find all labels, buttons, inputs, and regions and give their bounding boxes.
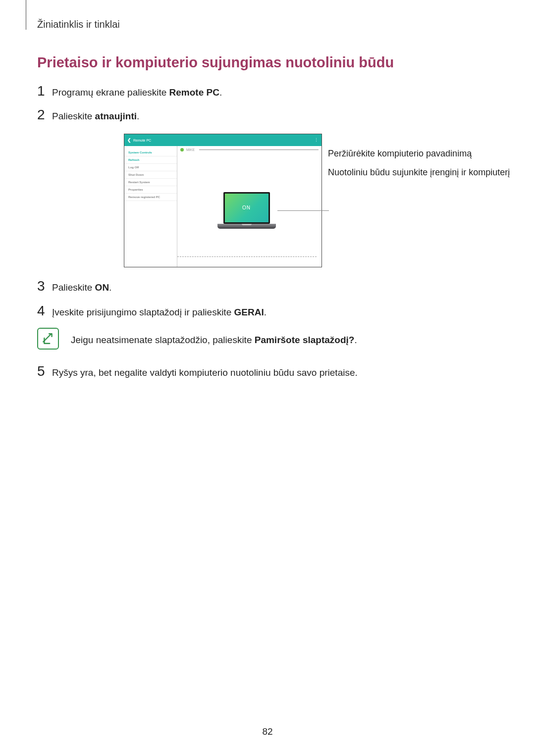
step-1-bold: Remote PC	[169, 87, 219, 98]
step-1-pre: Programų ekrane palieskite	[52, 87, 169, 98]
step-2: 2 Palieskite atnaujinti.	[37, 108, 139, 122]
device-main-pane: MIKE ON	[177, 146, 321, 267]
step-1: 1 Programų ekrane palieskite Remote PC.	[37, 84, 222, 99]
step-4-text: Įveskite prisijungimo slaptažodį ir pali…	[52, 304, 267, 318]
menu-icon: ⋮	[314, 138, 319, 143]
sidebar-item-shutdown: Shut Down	[124, 171, 177, 179]
laptop-hinge	[242, 224, 252, 225]
sidebar-item-restart: Restart System	[124, 179, 177, 186]
step-1-number: 1	[37, 84, 52, 98]
sidebar-item-remove-pc: Remove registered PC	[124, 194, 177, 201]
step-4: 4 Įveskite prisijungimo slaptažodį ir pa…	[37, 304, 267, 318]
step-1-text: Programų ekrane palieskite Remote PC.	[52, 84, 222, 99]
step-2-post: .	[137, 111, 139, 121]
note-pre: Jeigu neatsimenate slaptažodžio, paliesk…	[71, 335, 255, 345]
status-dot-icon	[180, 148, 184, 151]
step-2-text: Palieskite atnaujinti.	[52, 108, 139, 122]
device-header-title: Remote PC	[133, 139, 151, 142]
step-4-bold: GERAI	[234, 307, 264, 317]
step-3-number: 3	[37, 279, 52, 293]
pc-row: MIKE	[177, 146, 321, 153]
device-sidebar: System Controls Refresh Log Off Shut Dow…	[124, 146, 177, 267]
back-icon: ❮	[127, 138, 131, 143]
step-3-text: Palieskite ON.	[52, 279, 111, 294]
figure-callouts: Peržiūrėkite kompiuterio pavadinimą Nuot…	[328, 134, 510, 179]
callout-line-name	[199, 150, 319, 150]
step-5-number: 5	[37, 364, 52, 378]
note-icon	[37, 328, 59, 350]
note-bold: Pamiršote slaptažodį?	[255, 335, 355, 345]
laptop-illustration: ON	[223, 192, 276, 229]
step-5-text: Ryšys yra, bet negalite valdyti kompiute…	[52, 364, 358, 379]
device-body: System Controls Refresh Log Off Shut Dow…	[124, 146, 321, 267]
laptop-screen: ON	[223, 192, 270, 224]
callout-remote-connect: Nuotoliniu būdu sujunkite įrenginį ir ko…	[328, 166, 510, 178]
callout-pc-name: Peržiūrėkite kompiuterio pavadinimą	[328, 148, 510, 159]
step-2-pre: Palieskite	[52, 111, 95, 121]
device-header-left: ❮ Remote PC	[127, 138, 151, 143]
section-title: Prietaiso ir kompiuterio sujungimas nuot…	[37, 54, 394, 71]
step-3: 3 Palieskite ON.	[37, 279, 111, 294]
laptop-base	[217, 224, 276, 229]
step-4-post: .	[264, 307, 267, 317]
step-3-bold: ON	[95, 282, 109, 293]
sidebar-item-refresh: Refresh	[124, 156, 177, 164]
step-3-post: .	[109, 282, 111, 293]
sidebar-item-logoff: Log Off	[124, 164, 177, 171]
step-2-bold: atnaujinti	[95, 111, 137, 121]
step-4-pre: Įveskite prisijungimo slaptažodį ir pali…	[52, 307, 234, 317]
step-5: 5 Ryšys yra, bet negalite valdyti kompiu…	[37, 364, 358, 379]
callout-line-laptop	[277, 210, 329, 211]
note-post: .	[354, 335, 357, 345]
step-4-number: 4	[37, 304, 52, 318]
pc-name-label: MIKE	[186, 148, 195, 151]
page-number: 82	[0, 726, 535, 737]
figure: ❮ Remote PC ⋮ System Controls Refresh Lo…	[124, 134, 510, 267]
on-badge: ON	[242, 205, 251, 210]
step-2-number: 2	[37, 108, 52, 122]
laptop-zone: ON	[177, 153, 321, 267]
sidebar-item-system-controls: System Controls	[124, 149, 177, 156]
step-1-post: .	[219, 87, 222, 98]
step-3-pre: Palieskite	[52, 282, 95, 293]
pc-name: MIKE	[186, 148, 195, 151]
divider-dashed	[177, 256, 317, 257]
device-frame: ❮ Remote PC ⋮ System Controls Refresh Lo…	[124, 134, 322, 267]
margin-rule	[26, 0, 26, 30]
note: Jeigu neatsimenate slaptažodžio, paliesk…	[37, 328, 357, 350]
note-text: Jeigu neatsimenate slaptažodžio, paliesk…	[71, 332, 357, 346]
breadcrumb: Žiniatinklis ir tinklai	[37, 19, 120, 30]
device-titlebar: ❮ Remote PC ⋮	[124, 134, 321, 146]
sidebar-item-properties: Properties	[124, 186, 177, 194]
